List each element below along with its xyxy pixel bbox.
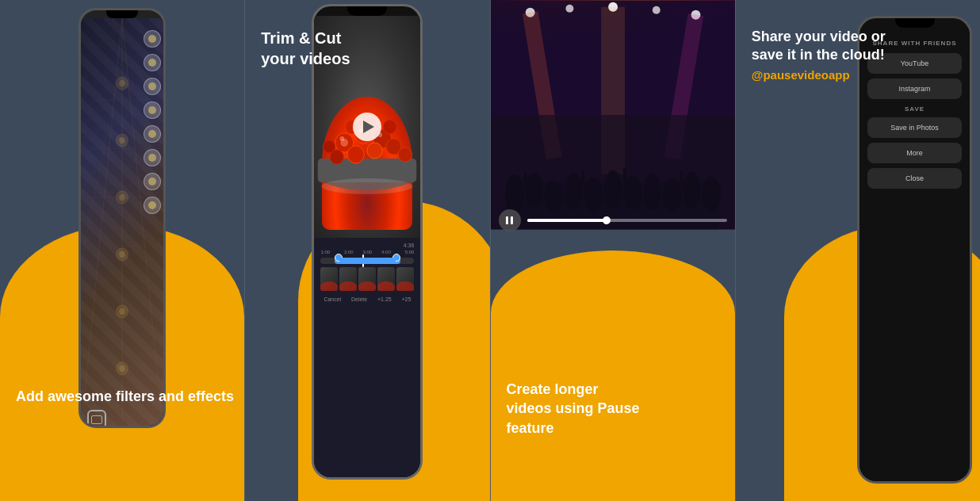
svg-point-10 (119, 80, 125, 86)
svg-rect-64 (523, 173, 526, 185)
filter-icons-panel (144, 30, 161, 214)
speed-in-label: +1.25 (377, 296, 392, 302)
svg-point-63 (702, 177, 721, 212)
svg-point-60 (643, 173, 660, 211)
svg-point-14 (119, 194, 125, 201)
svg-point-39 (322, 178, 413, 194)
cancel-button[interactable]: Cancel (323, 296, 341, 302)
svg-point-47 (652, 6, 660, 14)
play-button[interactable] (353, 113, 381, 141)
camera-icon (87, 410, 106, 428)
panel-3-text-area: Create longervideos using Pausefeature (507, 380, 640, 438)
share-screen: SHARE WITH FRIENDS YouTube Instagram SAV… (859, 28, 970, 484)
panel-trim: Trim & Cutyour videos (244, 0, 489, 501)
svg-point-45 (565, 5, 573, 13)
svg-point-58 (604, 170, 622, 210)
save-section-title: SAVE (867, 105, 962, 113)
filter-icon-1 (144, 30, 161, 48)
svg-line-0 (81, 18, 122, 428)
svg-line-2 (81, 59, 122, 262)
progress-fill (527, 219, 607, 222)
pause-bar-right (511, 216, 513, 224)
svg-rect-66 (623, 168, 626, 184)
speed-out-label: +25 (401, 296, 411, 302)
timeline-thumb-2 (339, 267, 357, 291)
play-icon (363, 120, 374, 133)
close-button[interactable]: Close (867, 168, 962, 189)
svg-point-16 (119, 251, 125, 258)
svg-point-57 (584, 178, 603, 212)
svg-point-33 (383, 120, 396, 134)
panel-filters: Add awesome filters and effects (0, 0, 244, 501)
svg-point-36 (340, 136, 345, 141)
panel-1-text-area: Add awesome filters and effects (16, 388, 234, 406)
panel-share: Share your video orsave it in the cloud!… (735, 0, 980, 501)
phone-mockup-2: 4:36 1:00 2:00 3:00 4:00 5:00 (312, 4, 423, 480)
pause-bar-left (506, 216, 508, 224)
svg-rect-67 (679, 171, 683, 184)
progress-track (527, 219, 727, 222)
filter-icon-7 (144, 173, 161, 190)
phone-notch-4 (895, 18, 935, 28)
phone-notch-2 (347, 6, 387, 16)
svg-point-20 (119, 365, 125, 372)
filter-icon-4 (144, 101, 161, 119)
svg-point-55 (544, 181, 563, 212)
svg-point-34 (323, 140, 335, 153)
panel-4-heading: Share your video orsave it in the cloud! (752, 28, 886, 65)
timeline-area: 4:36 1:00 2:00 3:00 4:00 5:00 (314, 238, 420, 480)
phone-mockup-1 (78, 8, 166, 428)
svg-point-27 (347, 146, 364, 163)
filter-icon-8 (144, 197, 161, 214)
panel-3-heading: Create longervideos using Pausefeature (507, 380, 640, 438)
panel-4-text-area: Share your video orsave it in the cloud!… (752, 28, 886, 82)
phone-mockup-4: SHARE WITH FRIENDS YouTube Instagram SAV… (857, 16, 972, 484)
instagram-button[interactable]: Instagram (867, 78, 962, 99)
svg-point-59 (623, 176, 642, 211)
timeline-start-handle[interactable] (335, 254, 343, 262)
timeline-thumb-1 (320, 267, 338, 291)
panel-2-text-area: Trim & Cutyour videos (261, 28, 350, 69)
svg-point-18 (119, 308, 125, 315)
svg-point-28 (367, 143, 382, 159)
svg-point-56 (565, 173, 582, 211)
pause-button[interactable] (499, 209, 521, 231)
timeline-thumbnails (320, 267, 414, 291)
svg-point-62 (683, 172, 700, 208)
timeline-bar (320, 258, 414, 264)
panel-3-bg-curve (491, 250, 735, 501)
timeline-controls: Cancel Delete +1.25 +25 (317, 294, 417, 304)
timeline-cursor (362, 254, 364, 267)
timeline-thumb-4 (377, 267, 395, 291)
pause-icon (506, 216, 513, 224)
timeline-thumb-3 (358, 267, 376, 291)
filter-icon-5 (144, 125, 161, 143)
timeline-ruler: 1:00 2:00 3:00 4:00 5:00 (317, 250, 417, 254)
timeline-selection (335, 258, 400, 264)
panel-2-heading: Trim & Cutyour videos (261, 28, 350, 69)
save-photos-button[interactable]: Save in Photos (867, 117, 962, 138)
panel-1-heading: Add awesome filters and effects (16, 388, 234, 406)
filter-icon-2 (144, 54, 161, 71)
filter-background (81, 18, 163, 428)
timeline-thumb-5 (396, 267, 414, 291)
delete-button[interactable]: Delete (351, 296, 367, 302)
concert-lights-svg (491, 0, 735, 230)
svg-rect-65 (581, 170, 584, 185)
phone-screen-1 (81, 18, 163, 428)
panel-pause: Create longervideos using Pausefeature (490, 0, 735, 501)
timeline-time: 4:36 (317, 241, 417, 250)
panel-4-handle: @pausevideoapp (752, 68, 886, 82)
svg-point-54 (525, 173, 542, 208)
phone-notch-1 (106, 10, 138, 18)
progress-dot (603, 216, 611, 224)
concert-image (491, 0, 735, 230)
more-button[interactable]: More (867, 143, 962, 163)
svg-point-61 (662, 178, 681, 212)
svg-point-12 (119, 137, 125, 143)
svg-point-35 (399, 147, 412, 162)
filter-icon-6 (144, 149, 161, 166)
filter-icon-3 (144, 78, 161, 95)
pause-controls-overlay (499, 209, 727, 231)
svg-point-53 (504, 174, 523, 214)
